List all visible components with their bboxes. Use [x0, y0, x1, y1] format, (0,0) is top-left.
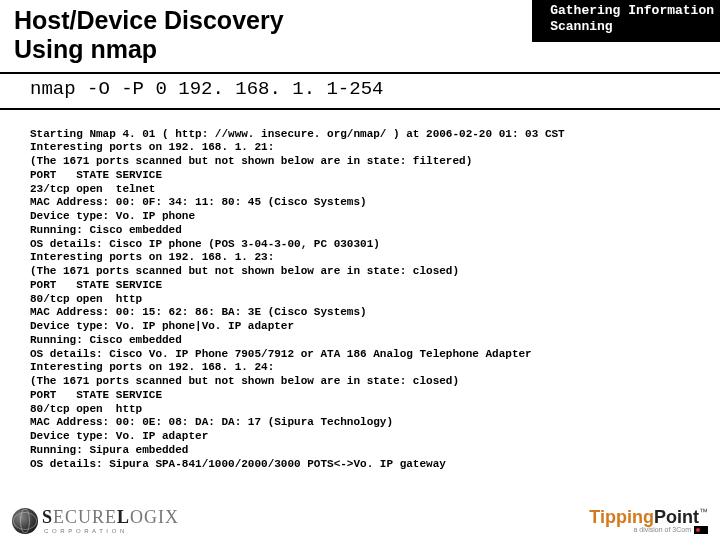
logo-tippingpoint: TippingPoint™ a division of 3Com — [589, 507, 708, 534]
brand-right-text: TippingPoint™ — [589, 507, 708, 528]
logo-securelogix: SECURELOGIX C O R P O R A T I O N — [12, 507, 179, 534]
globe-icon — [12, 508, 38, 534]
brand-left-corp: C O R P O R A T I O N — [44, 528, 179, 534]
tag-line2: Scanning — [550, 19, 714, 35]
footer: SECURELOGIX C O R P O R A T I O N Tippin… — [0, 507, 720, 534]
nmap-output: Starting Nmap 4. 01 ( http: //www. insec… — [0, 110, 720, 476]
command-line: nmap -O -P 0 192. 168. 1. 1-254 — [0, 74, 720, 104]
section-tag: Gathering Information Scanning — [532, 0, 720, 42]
brand-left-text: SECURELOGIX — [42, 507, 179, 527]
3com-icon — [694, 526, 708, 534]
tag-line1: Gathering Information — [550, 3, 714, 19]
